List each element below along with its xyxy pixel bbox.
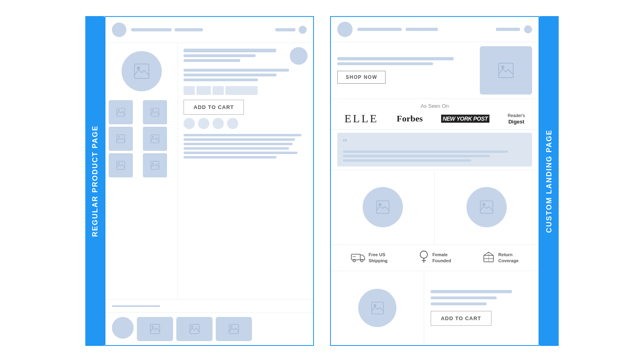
- sidebar-thumb-1[interactable]: [109, 100, 133, 124]
- svg-point-13: [152, 162, 154, 164]
- bottom-circle-icon: [370, 301, 385, 315]
- sidebar-thumb-icon-4: [150, 134, 160, 144]
- left-bottom-sep: [105, 299, 313, 313]
- sidebar-thumb-3[interactable]: [109, 127, 133, 151]
- nav-line-3: [275, 28, 295, 31]
- right-add-to-cart-button[interactable]: ADD TO CART: [431, 311, 491, 326]
- qty-plus[interactable]: [213, 86, 224, 95]
- left-page-panel: ADD TO CART: [105, 16, 314, 346]
- brand-nyp: NEW YORK POST: [441, 115, 489, 123]
- left-content: ADD TO CART: [178, 43, 313, 299]
- trust-badges-row: Free US Shipping Female: [331, 245, 539, 271]
- testimonial-lines: [343, 150, 526, 162]
- brand-elle: ELLE: [345, 112, 378, 125]
- shop-now-button[interactable]: SHOP NOW: [337, 71, 386, 84]
- sidebar-thumb-icon-5: [116, 160, 126, 170]
- content-badge-circle: [290, 47, 308, 65]
- qty-value[interactable]: [196, 86, 211, 95]
- share-icon-2[interactable]: [198, 118, 209, 129]
- brand-logos-row: ELLE Forbes NEW YORK POST Reader'sDigest: [337, 112, 532, 125]
- bottom-thumb-1[interactable]: [137, 317, 173, 341]
- testimonial-line-2: [343, 155, 490, 157]
- content-desc: [184, 69, 308, 81]
- female-icon: [419, 250, 429, 266]
- qty-selector[interactable]: [184, 86, 308, 95]
- brand-forbes: Forbes: [396, 113, 423, 124]
- trust-return: Return Coverage: [482, 251, 518, 265]
- sidebar-thumbs: [109, 100, 174, 177]
- bottom-thumb-icon-3: [228, 323, 239, 335]
- trust-shipping: Free US Shipping: [351, 251, 388, 265]
- share-icon-3[interactable]: [213, 118, 224, 129]
- nav-line-2: [175, 28, 203, 31]
- shipping-icon: [351, 251, 365, 265]
- svg-point-11: [118, 162, 120, 164]
- sidebar-thumb-5[interactable]: [109, 153, 133, 177]
- qty-option[interactable]: [225, 86, 258, 95]
- desc-line-1: [184, 69, 289, 72]
- right-nav-3: [496, 28, 520, 31]
- page-wrapper: REGULAR PRODUCT PAGE: [0, 0, 644, 362]
- right-nav-2: [406, 28, 438, 31]
- detail-line-6: [184, 156, 277, 158]
- hero-text-area: SHOP NOW: [337, 57, 474, 84]
- sidebar-thumb-4[interactable]: [143, 127, 167, 151]
- nav-line-1: [131, 28, 171, 31]
- bottom-sep-line: [112, 305, 160, 307]
- title-line-1: [184, 49, 276, 52]
- female-text: Female Founded: [432, 252, 451, 263]
- detail-line-5: [184, 152, 297, 154]
- bottom-circle: [358, 289, 396, 327]
- sidebar-thumb-icon-2: [150, 107, 160, 117]
- add-to-cart-wrapper: ADD TO CART: [184, 100, 308, 115]
- bottom-detail-line-3: [431, 302, 486, 305]
- venus-icon: [419, 250, 429, 263]
- add-to-cart-button[interactable]: ADD TO CART: [184, 100, 244, 115]
- share-icon-4[interactable]: [227, 118, 238, 129]
- quote-mark: ": [343, 138, 526, 149]
- bottom-thumb-2[interactable]: [176, 317, 213, 341]
- svg-point-19: [231, 326, 233, 328]
- right-bottom-row: ADD TO CART: [331, 271, 539, 346]
- qty-minus[interactable]: [184, 86, 195, 95]
- left-header: [105, 17, 313, 43]
- svg-rect-36: [372, 302, 383, 314]
- hero-image-icon: [497, 62, 515, 79]
- product-circle-right: [466, 187, 507, 227]
- trust-female-founded: Female Founded: [419, 250, 451, 266]
- svg-rect-26: [351, 254, 360, 260]
- product-details: [184, 134, 308, 158]
- return-icon: [482, 251, 495, 265]
- left-main: ADD TO CART: [105, 43, 313, 299]
- content-top-row: [184, 47, 308, 65]
- bottom-thumb-3[interactable]: [216, 317, 252, 341]
- detail-line-3: [184, 143, 293, 145]
- shipping-text: Free US Shipping: [369, 252, 388, 263]
- bottom-thumbnails: [105, 313, 313, 345]
- box-icon: [482, 251, 495, 263]
- right-hero: SHOP NOW: [331, 42, 539, 99]
- main-product-icon: [133, 62, 151, 80]
- right-nav: [357, 25, 532, 33]
- detail-line-1: [184, 134, 301, 136]
- svg-rect-24: [480, 201, 493, 214]
- product-image-row: [331, 170, 539, 245]
- right-header: [331, 17, 539, 42]
- right-nav-circle: [524, 25, 532, 33]
- desc-line-3: [184, 78, 258, 81]
- detail-line-2: [184, 138, 295, 141]
- bottom-product-circle: [331, 271, 424, 346]
- share-icons-row: [184, 118, 308, 129]
- bottom-thumb-circle-1[interactable]: [112, 317, 134, 339]
- sidebar-thumb-6[interactable]: [143, 153, 167, 177]
- right-nav-1: [357, 28, 402, 31]
- brand-readers-digest: Reader'sDigest: [508, 112, 525, 125]
- left-panel-container: REGULAR PRODUCT PAGE: [85, 16, 314, 346]
- testimonial-section: ": [331, 130, 539, 170]
- as-seen-on-section: As Seen On ELLE Forbes NEW YORK POST Rea…: [331, 99, 539, 130]
- sidebar-thumb-icon-3: [116, 134, 126, 144]
- sidebar-thumb-2[interactable]: [143, 100, 167, 124]
- share-icon-1[interactable]: [184, 118, 195, 129]
- content-title: [184, 49, 287, 62]
- testimonial-box: ": [337, 133, 532, 167]
